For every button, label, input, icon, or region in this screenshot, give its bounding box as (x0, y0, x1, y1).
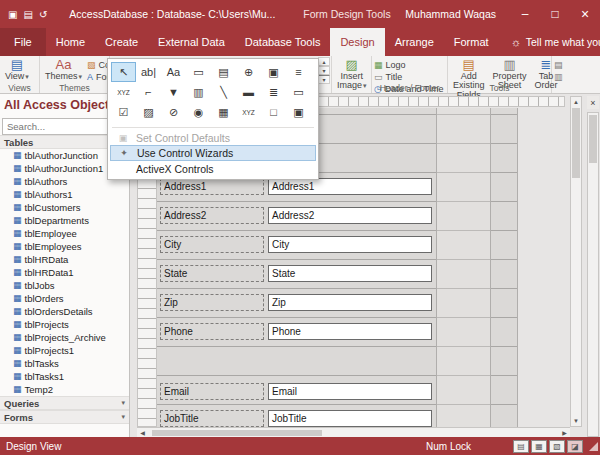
field-textbox-state[interactable]: State (268, 265, 432, 282)
horizontal-scroll-thumb[interactable] (152, 430, 322, 436)
label-icon[interactable]: Aa (161, 62, 186, 82)
vertical-scroll-thumb[interactable] (572, 108, 580, 178)
vertical-scrollbar[interactable]: ▲ ▼ (570, 96, 582, 427)
nav-section-queries[interactable]: Queries▾ (0, 396, 129, 410)
save-icon[interactable]: ▤ (23, 9, 32, 20)
hyperlink-icon[interactable]: ⊕ (236, 62, 261, 82)
misc-tool-2-icon[interactable]: ▥ (554, 71, 563, 82)
web-browser-control-icon[interactable]: ▣ (261, 62, 286, 82)
nav-item-tblordersdetails[interactable]: ▦tblOrdersDetails (0, 305, 129, 318)
field-textbox-address2[interactable]: Address2 (268, 207, 432, 224)
tab-arrange[interactable]: Arrange (385, 28, 444, 56)
tab-control-icon[interactable]: ▤ (211, 62, 236, 82)
view-button[interactable]: ▤ View (2, 57, 32, 82)
title-button[interactable]: ▭ Title (374, 71, 443, 82)
form-grid-column-2[interactable] (490, 108, 518, 427)
form-view-button[interactable]: ▤ (513, 440, 529, 453)
line-icon[interactable]: ╲ (211, 82, 236, 102)
tab-create[interactable]: Create (95, 28, 148, 56)
themes-button[interactable]: Aa Themes (42, 57, 85, 82)
bound-object-frame-icon[interactable]: ▣ (286, 102, 311, 122)
field-textbox-phone[interactable]: Phone (268, 323, 432, 340)
nav-item-tbltasks1[interactable]: ▦tblTasks1 (0, 370, 129, 383)
nav-item-tblcustomers[interactable]: ▦tblCustomers (0, 201, 129, 214)
nav-item-tblprojects1[interactable]: ▦tblProjects1 (0, 344, 129, 357)
text-box-icon[interactable]: ab| (136, 62, 161, 82)
layout-view-button[interactable]: ▧ (549, 440, 565, 453)
field-textbox-zip[interactable]: Zip (268, 294, 432, 311)
subform-subreport-icon[interactable]: ▦ (211, 102, 236, 122)
gallery-down-icon[interactable]: ▾ (318, 66, 330, 75)
close-form-icon[interactable]: × (587, 96, 599, 109)
tab-database-tools[interactable]: Database Tools (235, 28, 331, 56)
tell-me-box[interactable]: ☼ Tell me what you want to do (511, 28, 600, 56)
field-textbox-jobtitle[interactable]: JobTitle (268, 410, 432, 427)
scroll-left-icon[interactable]: ◀ (137, 429, 148, 436)
tab-design[interactable]: Design (330, 28, 384, 56)
nav-item-tbldepartments[interactable]: ▦tblDepartments (0, 214, 129, 227)
add-existing-fields-button[interactable]: ▤ Add Existing Fields (450, 57, 488, 101)
select-pointer-icon[interactable]: ↖ (111, 62, 136, 82)
tab-home[interactable]: Home (46, 28, 95, 56)
nav-item-tblhrdata[interactable]: ▦tblHRData (0, 253, 129, 266)
right-scroll-thumb[interactable] (589, 115, 597, 163)
nav-item-tbltasks[interactable]: ▦tblTasks (0, 357, 129, 370)
nav-item-temp2[interactable]: ▦Temp2 (0, 383, 129, 396)
field-textbox-address1[interactable]: Address1 (268, 178, 432, 195)
gallery-up-icon[interactable]: ▴ (318, 57, 330, 66)
rectangle-icon[interactable]: ▭ (286, 82, 311, 102)
unbound-object-frame-icon[interactable]: □ (261, 102, 286, 122)
insert-image-button[interactable]: ▨ Insert Image (334, 57, 370, 92)
field-label-phone[interactable]: Phone (160, 323, 264, 340)
field-label-address2[interactable]: Address2 (160, 207, 264, 224)
field-textbox-email[interactable]: Email (268, 383, 432, 400)
field-label-jobtitle[interactable]: JobTitle (160, 410, 264, 427)
option-group-2-icon[interactable]: XYZ (236, 102, 261, 122)
image-icon[interactable]: ▨ (136, 102, 161, 122)
scroll-down-icon[interactable]: ▼ (571, 416, 581, 426)
right-edge-scrollbar[interactable] (587, 112, 599, 437)
undo-icon[interactable]: ↺ (39, 9, 47, 20)
field-label-city[interactable]: City (160, 236, 264, 253)
gallery-expand-icon[interactable]: ▾ (318, 75, 330, 84)
nav-item-tbljobs[interactable]: ▦tblJobs (0, 279, 129, 292)
combo-box-icon[interactable]: ▼ (161, 82, 186, 102)
datasheet-view-button[interactable]: ▦ (531, 440, 547, 453)
option-button-icon[interactable]: ◉ (186, 102, 211, 122)
form-grid-margin[interactable] (437, 108, 490, 427)
nav-item-tblprojects-archive[interactable]: ▦tblProjects_Archive (0, 331, 129, 344)
design-view-button[interactable]: ◪ (567, 440, 583, 453)
chart-icon[interactable]: ▥ (186, 82, 211, 102)
check-box-icon[interactable]: ☑ (111, 102, 136, 122)
close-button[interactable]: × (570, 0, 600, 28)
field-textbox-city[interactable]: City (268, 236, 432, 253)
scroll-right-icon[interactable]: ▶ (559, 429, 570, 436)
nav-section-forms[interactable]: Forms▾ (0, 410, 129, 424)
horizontal-scrollbar[interactable]: ◀ ▶ (137, 427, 570, 437)
access-app-icon[interactable]: ▣ (8, 9, 17, 20)
toggle-button-icon[interactable]: ▬ (236, 82, 261, 102)
field-label-zip[interactable]: Zip (160, 294, 264, 311)
nav-item-tblprojects[interactable]: ▦tblProjects (0, 318, 129, 331)
menu-item-activex-controls[interactable]: ActiveX Controls (110, 161, 316, 176)
list-box-icon[interactable]: ≣ (261, 82, 286, 102)
nav-item-tblemployees[interactable]: ▦tblEmployees (0, 240, 129, 253)
nav-item-tblhrdata1[interactable]: ▦tblHRData1 (0, 266, 129, 279)
option-group-icon[interactable]: XYZ (111, 82, 136, 102)
misc-tool-1-icon[interactable]: ▤ (554, 59, 563, 70)
field-label-state[interactable]: State (160, 265, 264, 282)
field-label-email[interactable]: Email (160, 383, 264, 400)
tab-external-data[interactable]: External Data (148, 28, 235, 56)
navigation-control-icon[interactable]: ≡ (286, 62, 311, 82)
tab-file[interactable]: File (0, 28, 46, 56)
page-break-icon[interactable]: ⌐ (136, 82, 161, 102)
attachment-icon[interactable]: ⊘ (161, 102, 186, 122)
nav-item-tblauthors1[interactable]: ▦tblAuthors1 (0, 188, 129, 201)
menu-item-use-control-wizards[interactable]: ✦Use Control Wizards (110, 145, 316, 161)
field-label-address1[interactable]: Address1 (160, 178, 264, 195)
logo-button[interactable]: ▦ Logo (374, 59, 443, 70)
minimize-button[interactable]: – (510, 0, 540, 28)
nav-item-tblemployee[interactable]: ▦tblEmployee (0, 227, 129, 240)
button-icon[interactable]: ▭ (186, 62, 211, 82)
nav-item-tblorders[interactable]: ▦tblOrders (0, 292, 129, 305)
